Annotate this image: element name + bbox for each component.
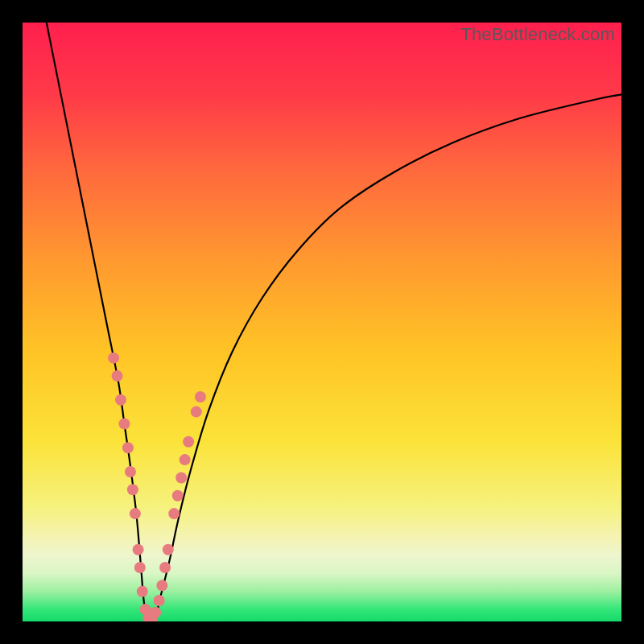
marker-bead	[108, 353, 119, 364]
marker-bead	[180, 454, 191, 465]
marker-bead	[115, 394, 126, 406]
marker-bead	[154, 595, 165, 606]
marker-bead	[130, 508, 141, 519]
chart-frame: TheBottleneck.com	[0, 0, 644, 644]
marker-bead	[133, 544, 144, 555]
marker-bead	[172, 490, 184, 502]
marker-bead	[112, 370, 123, 382]
marker-bead	[191, 407, 202, 418]
marker-group	[108, 353, 206, 621]
marker-bead	[118, 418, 130, 429]
marker-bead	[127, 484, 138, 495]
marker-bead	[125, 466, 136, 477]
marker-bead	[163, 544, 174, 555]
plot-area: TheBottleneck.com	[23, 23, 621, 621]
marker-bead	[168, 508, 180, 519]
marker-bead	[159, 562, 171, 573]
marker-bead	[134, 562, 146, 573]
bottleneck-curve	[47, 23, 621, 621]
marker-bead	[137, 586, 148, 597]
marker-bead	[150, 607, 161, 618]
marker-bead	[183, 436, 194, 448]
marker-bead	[195, 391, 206, 402]
marker-bead	[122, 442, 134, 453]
marker-bead	[175, 472, 187, 483]
chart-svg	[23, 23, 621, 621]
marker-bead	[156, 580, 167, 591]
